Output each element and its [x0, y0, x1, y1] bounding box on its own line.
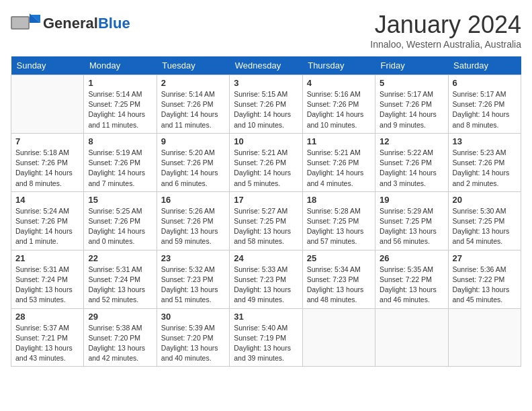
page-header: GeneralBlue January 2024 Innaloo, Wester… [11, 11, 521, 50]
day-number: 21 [15, 253, 79, 263]
calendar-cell: 31Sunrise: 5:40 AMSunset: 7:19 PMDayligh… [230, 308, 302, 367]
svg-rect-1 [12, 17, 28, 28]
weekday-wednesday: Wednesday [230, 56, 302, 75]
weekday-tuesday: Tuesday [157, 56, 229, 75]
logo: GeneralBlue [11, 11, 130, 36]
day-number: 1 [88, 78, 152, 88]
day-number: 3 [234, 78, 298, 88]
calendar-cell: 10Sunrise: 5:21 AMSunset: 7:26 PMDayligh… [230, 133, 302, 191]
day-number: 10 [234, 136, 298, 146]
calendar-cell: 3Sunrise: 5:15 AMSunset: 7:26 PMDaylight… [230, 75, 302, 134]
day-info: Sunrise: 5:31 AMSunset: 7:24 PMDaylight:… [15, 265, 79, 306]
weekday-monday: Monday [84, 56, 157, 75]
calendar-cell: 15Sunrise: 5:25 AMSunset: 7:26 PMDayligh… [84, 191, 157, 250]
calendar-cell: 9Sunrise: 5:20 AMSunset: 7:26 PMDaylight… [157, 133, 229, 191]
day-number: 26 [380, 253, 443, 263]
weekday-header-row: SundayMondayTuesdayWednesdayThursdayFrid… [11, 56, 521, 75]
calendar-cell: 7Sunrise: 5:18 AMSunset: 7:26 PMDaylight… [11, 133, 84, 191]
day-number: 4 [307, 78, 371, 88]
day-info: Sunrise: 5:22 AMSunset: 7:26 PMDaylight:… [380, 148, 443, 189]
calendar-table: SundayMondayTuesdayWednesdayThursdayFrid… [11, 56, 521, 367]
calendar-cell: 5Sunrise: 5:17 AMSunset: 7:26 PMDaylight… [375, 75, 448, 134]
title-block: January 2024 Innaloo, Western Australia,… [370, 11, 521, 50]
weekday-thursday: Thursday [302, 56, 375, 75]
calendar-cell: 17Sunrise: 5:27 AMSunset: 7:25 PMDayligh… [230, 191, 302, 250]
logo-text: GeneralBlue [43, 15, 130, 32]
day-info: Sunrise: 5:19 AMSunset: 7:26 PMDaylight:… [88, 148, 152, 189]
day-number: 19 [380, 195, 443, 205]
calendar-cell: 6Sunrise: 5:17 AMSunset: 7:26 PMDaylight… [448, 75, 521, 134]
day-info: Sunrise: 5:38 AMSunset: 7:20 PMDaylight:… [88, 323, 152, 364]
calendar-cell: 8Sunrise: 5:19 AMSunset: 7:26 PMDaylight… [84, 133, 157, 191]
calendar-cell: 26Sunrise: 5:35 AMSunset: 7:22 PMDayligh… [375, 250, 448, 308]
calendar-cell: 27Sunrise: 5:36 AMSunset: 7:22 PMDayligh… [448, 250, 521, 308]
day-info: Sunrise: 5:14 AMSunset: 7:25 PMDaylight:… [88, 89, 152, 130]
day-number: 8 [88, 136, 152, 146]
day-info: Sunrise: 5:36 AMSunset: 7:22 PMDaylight:… [453, 265, 517, 306]
calendar-cell: 2Sunrise: 5:14 AMSunset: 7:26 PMDaylight… [157, 75, 229, 134]
logo-icon [11, 11, 40, 36]
calendar-cell: 14Sunrise: 5:24 AMSunset: 7:26 PMDayligh… [11, 191, 84, 250]
calendar-row: 28Sunrise: 5:37 AMSunset: 7:21 PMDayligh… [11, 308, 521, 367]
day-number: 23 [161, 253, 225, 263]
day-info: Sunrise: 5:15 AMSunset: 7:26 PMDaylight:… [234, 89, 298, 130]
calendar-cell: 12Sunrise: 5:22 AMSunset: 7:26 PMDayligh… [375, 133, 448, 191]
calendar-row: 1Sunrise: 5:14 AMSunset: 7:25 PMDaylight… [11, 75, 521, 134]
day-info: Sunrise: 5:28 AMSunset: 7:25 PMDaylight:… [307, 206, 371, 247]
calendar-body: 1Sunrise: 5:14 AMSunset: 7:25 PMDaylight… [11, 75, 521, 367]
calendar-cell: 1Sunrise: 5:14 AMSunset: 7:25 PMDaylight… [84, 75, 157, 134]
calendar-cell [11, 75, 84, 134]
day-number: 6 [453, 78, 517, 88]
calendar-cell: 25Sunrise: 5:34 AMSunset: 7:23 PMDayligh… [302, 250, 375, 308]
location-title: Innaloo, Western Australia, Australia [370, 39, 521, 50]
calendar-cell: 21Sunrise: 5:31 AMSunset: 7:24 PMDayligh… [11, 250, 84, 308]
calendar-cell: 19Sunrise: 5:29 AMSunset: 7:25 PMDayligh… [375, 191, 448, 250]
day-number: 13 [453, 136, 517, 146]
day-info: Sunrise: 5:17 AMSunset: 7:26 PMDaylight:… [380, 89, 443, 130]
calendar-cell: 30Sunrise: 5:39 AMSunset: 7:20 PMDayligh… [157, 308, 229, 367]
calendar-cell: 24Sunrise: 5:33 AMSunset: 7:23 PMDayligh… [230, 250, 302, 308]
day-info: Sunrise: 5:18 AMSunset: 7:26 PMDaylight:… [15, 148, 79, 189]
day-number: 30 [161, 312, 225, 322]
calendar-cell: 16Sunrise: 5:26 AMSunset: 7:26 PMDayligh… [157, 191, 229, 250]
day-info: Sunrise: 5:20 AMSunset: 7:26 PMDaylight:… [161, 148, 225, 189]
day-info: Sunrise: 5:37 AMSunset: 7:21 PMDaylight:… [15, 323, 79, 364]
day-info: Sunrise: 5:25 AMSunset: 7:26 PMDaylight:… [88, 206, 152, 247]
day-number: 25 [307, 253, 371, 263]
day-number: 18 [307, 195, 371, 205]
day-info: Sunrise: 5:40 AMSunset: 7:19 PMDaylight:… [234, 323, 298, 364]
day-number: 16 [161, 195, 225, 205]
calendar-cell: 13Sunrise: 5:23 AMSunset: 7:26 PMDayligh… [448, 133, 521, 191]
day-info: Sunrise: 5:26 AMSunset: 7:26 PMDaylight:… [161, 206, 225, 247]
calendar-row: 21Sunrise: 5:31 AMSunset: 7:24 PMDayligh… [11, 250, 521, 308]
day-info: Sunrise: 5:31 AMSunset: 7:24 PMDaylight:… [88, 265, 152, 306]
day-info: Sunrise: 5:39 AMSunset: 7:20 PMDaylight:… [161, 323, 225, 364]
logo-blue: Blue [98, 15, 130, 32]
calendar-cell: 28Sunrise: 5:37 AMSunset: 7:21 PMDayligh… [11, 308, 84, 367]
calendar-row: 7Sunrise: 5:18 AMSunset: 7:26 PMDaylight… [11, 133, 521, 191]
day-info: Sunrise: 5:21 AMSunset: 7:26 PMDaylight:… [234, 148, 298, 189]
calendar-row: 14Sunrise: 5:24 AMSunset: 7:26 PMDayligh… [11, 191, 521, 250]
weekday-saturday: Saturday [448, 56, 521, 75]
day-number: 9 [161, 136, 225, 146]
day-number: 5 [380, 78, 443, 88]
calendar-cell: 22Sunrise: 5:31 AMSunset: 7:24 PMDayligh… [84, 250, 157, 308]
day-number: 24 [234, 253, 298, 263]
calendar-cell: 20Sunrise: 5:30 AMSunset: 7:25 PMDayligh… [448, 191, 521, 250]
weekday-friday: Friday [375, 56, 448, 75]
day-number: 14 [15, 195, 79, 205]
day-number: 20 [453, 195, 517, 205]
day-info: Sunrise: 5:27 AMSunset: 7:25 PMDaylight:… [234, 206, 298, 247]
day-number: 22 [88, 253, 152, 263]
day-info: Sunrise: 5:30 AMSunset: 7:25 PMDaylight:… [453, 206, 517, 247]
day-info: Sunrise: 5:16 AMSunset: 7:26 PMDaylight:… [307, 89, 371, 130]
day-number: 15 [88, 195, 152, 205]
day-number: 7 [15, 136, 79, 146]
day-info: Sunrise: 5:24 AMSunset: 7:26 PMDaylight:… [15, 206, 79, 247]
day-number: 28 [15, 312, 79, 322]
day-info: Sunrise: 5:14 AMSunset: 7:26 PMDaylight:… [161, 89, 225, 130]
calendar-cell [375, 308, 448, 367]
calendar-cell [302, 308, 375, 367]
day-info: Sunrise: 5:32 AMSunset: 7:23 PMDaylight:… [161, 265, 225, 306]
calendar-cell: 11Sunrise: 5:21 AMSunset: 7:26 PMDayligh… [302, 133, 375, 191]
